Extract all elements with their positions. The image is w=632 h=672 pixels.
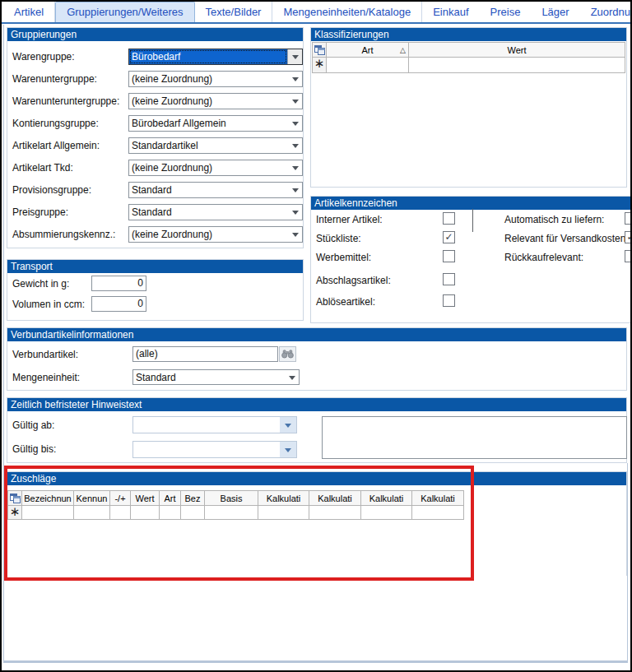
field-label: Absummierungskennz.: bbox=[12, 229, 115, 240]
tab-gruppierungen-weiteres[interactable]: Gruppierungen/Weiteres bbox=[55, 2, 194, 22]
gueltig-bis-datepicker[interactable] bbox=[132, 441, 297, 458]
provisionsgruppe-combobox[interactable]: Standard bbox=[128, 182, 303, 198]
datepicker-value bbox=[133, 442, 280, 457]
tab-mengeneinheiten-kataloge[interactable]: Mengeneinheiten/Kataloge bbox=[272, 2, 422, 22]
column-header-bez[interactable]: Bez bbox=[181, 490, 205, 506]
column-header-bezeichnung[interactable]: Bezeichnun bbox=[22, 490, 74, 506]
grid-cell[interactable] bbox=[361, 506, 412, 520]
column-header-kalkulation-2[interactable]: Kalkulati bbox=[309, 490, 361, 506]
field-label: Warenuntergruppe: bbox=[12, 73, 97, 85]
grid-cell[interactable] bbox=[309, 506, 361, 520]
column-header-kennung[interactable]: Kennun bbox=[74, 490, 110, 506]
grid-customize-icon bbox=[314, 45, 325, 55]
checkbox-rueckkaufrelevant[interactable] bbox=[625, 250, 632, 262]
field-label: Warenunteruntergruppe: bbox=[12, 95, 119, 107]
column-header-label: -/+ bbox=[114, 494, 125, 503]
column-header-label: Kalkulati bbox=[421, 494, 455, 503]
column-header-kalkulation-4[interactable]: Kalkulati bbox=[412, 490, 464, 506]
gueltig-ab-datepicker[interactable] bbox=[132, 416, 297, 433]
tab-einkauf[interactable]: Einkauf bbox=[422, 2, 479, 22]
column-header-wert[interactable]: Wert bbox=[409, 42, 625, 58]
absummierungskennz-combobox[interactable]: (keine Zuordnung) bbox=[128, 226, 303, 243]
warenuntergruppe-combobox[interactable]: (keine Zuordnung) bbox=[128, 71, 303, 87]
grid-cell[interactable] bbox=[205, 506, 258, 520]
hinweistext-textarea[interactable] bbox=[322, 416, 627, 459]
kontierungsgruppe-combobox[interactable]: Bürobedarf Allgemein bbox=[128, 115, 303, 132]
chevron-down-icon[interactable] bbox=[288, 116, 302, 131]
grid-cell[interactable] bbox=[22, 506, 74, 520]
column-header-basis[interactable]: Basis bbox=[205, 490, 258, 506]
group-header-gruppierungen: Gruppierungen bbox=[7, 28, 303, 41]
artikelart-allgemein-combobox[interactable]: Standardartikel bbox=[128, 137, 303, 154]
column-header-kalkulation-3[interactable]: Kalkulati bbox=[361, 490, 412, 506]
grid-cell[interactable] bbox=[258, 506, 309, 520]
field-label: Stückliste: bbox=[316, 233, 361, 244]
checkbox-abloeseartikel[interactable] bbox=[443, 294, 455, 307]
chevron-down-icon[interactable] bbox=[285, 370, 299, 384]
column-header-label: Wert bbox=[507, 45, 526, 55]
checkbox-abschlagsartikel[interactable] bbox=[443, 273, 455, 285]
chevron-down-icon[interactable] bbox=[288, 138, 302, 153]
column-header-label: Kennun bbox=[77, 494, 108, 503]
column-header-label: Wert bbox=[135, 494, 154, 503]
grid-cell[interactable] bbox=[412, 506, 464, 520]
field-label: Verbundartikel: bbox=[12, 349, 78, 360]
column-header-label: Art bbox=[361, 45, 373, 55]
warenunteruntergruppe-combobox[interactable]: (keine Zuordnung) bbox=[128, 93, 303, 109]
mengeneinheit-combobox[interactable]: Standard bbox=[132, 369, 300, 385]
preisgruppe-combobox[interactable]: Standard bbox=[128, 204, 303, 220]
tab-artikel[interactable]: Artikel bbox=[3, 2, 55, 22]
combo-value: Standard bbox=[129, 205, 288, 220]
chevron-down-icon[interactable] bbox=[288, 205, 302, 220]
tab-laeger[interactable]: Läger bbox=[531, 2, 579, 22]
chevron-down-icon[interactable] bbox=[288, 183, 302, 197]
chevron-down-icon[interactable] bbox=[280, 442, 296, 457]
chevron-down-icon[interactable] bbox=[288, 227, 302, 242]
grid-cell[interactable] bbox=[181, 506, 205, 520]
new-row-indicator: ∗ bbox=[7, 506, 22, 520]
checkbox-interner-artikel[interactable] bbox=[443, 212, 455, 225]
verbundartikel-input[interactable]: (alle) bbox=[132, 346, 278, 362]
tabstrip-underline bbox=[2, 22, 630, 24]
field-label: Gültig ab: bbox=[12, 419, 54, 431]
grid-cell-wert[interactable] bbox=[409, 58, 625, 73]
field-label: Preisgruppe: bbox=[12, 206, 68, 218]
checkbox-automatisch-zu-liefern[interactable] bbox=[625, 212, 632, 225]
artikelart-tkd-combobox[interactable]: (keine Zuordnung) bbox=[128, 160, 303, 176]
field-label: Warengruppe: bbox=[12, 51, 75, 63]
column-header-label: Kalkulati bbox=[267, 494, 301, 503]
chevron-down-icon[interactable] bbox=[287, 49, 302, 64]
column-header-label: Bez bbox=[185, 494, 201, 503]
column-header-wert[interactable]: Wert bbox=[131, 490, 160, 506]
datepicker-value bbox=[133, 417, 280, 433]
chevron-down-icon[interactable] bbox=[288, 160, 302, 175]
field-label: Gültig bis: bbox=[12, 443, 56, 455]
grid-cell-art[interactable] bbox=[327, 58, 409, 73]
warengruppe-combobox[interactable]: Bürobedarf bbox=[128, 49, 303, 65]
column-header-art[interactable]: Art bbox=[160, 490, 181, 506]
checkbox-relevant-fuer-versandkosten[interactable]: ✓ bbox=[625, 231, 632, 243]
column-header-label: Kalkulati bbox=[318, 494, 352, 503]
sort-ascending-icon: △ bbox=[400, 46, 406, 54]
field-label: Mengeneinheit: bbox=[12, 372, 80, 383]
checkbox-stueckliste[interactable]: ✓ bbox=[443, 231, 455, 243]
search-button[interactable] bbox=[279, 346, 296, 362]
checkbox-werbemittel[interactable] bbox=[443, 250, 455, 262]
page-border-bottom bbox=[3, 660, 628, 663]
gewicht-input[interactable]: 0 bbox=[91, 276, 146, 291]
grid-cell[interactable] bbox=[74, 506, 110, 520]
column-header-kalkulation-1[interactable]: Kalkulati bbox=[258, 490, 309, 506]
grid-cell[interactable] bbox=[160, 506, 181, 520]
chevron-down-icon[interactable] bbox=[280, 417, 296, 433]
volumen-input[interactable]: 0 bbox=[91, 296, 146, 312]
column-header-plusminus[interactable]: -/+ bbox=[110, 490, 131, 506]
chevron-down-icon[interactable] bbox=[288, 94, 302, 109]
tab-zuordnungen[interactable]: Zuordnungen bbox=[580, 2, 632, 22]
tab-preise[interactable]: Preise bbox=[480, 2, 532, 22]
tab-texte-bilder[interactable]: Texte/Bilder bbox=[195, 2, 273, 22]
chevron-down-icon[interactable] bbox=[288, 72, 302, 86]
grid-cell[interactable] bbox=[110, 506, 131, 520]
column-header-art[interactable]: Art △ bbox=[327, 42, 409, 58]
field-label: Interner Artikel: bbox=[316, 214, 383, 225]
grid-cell[interactable] bbox=[131, 506, 160, 520]
